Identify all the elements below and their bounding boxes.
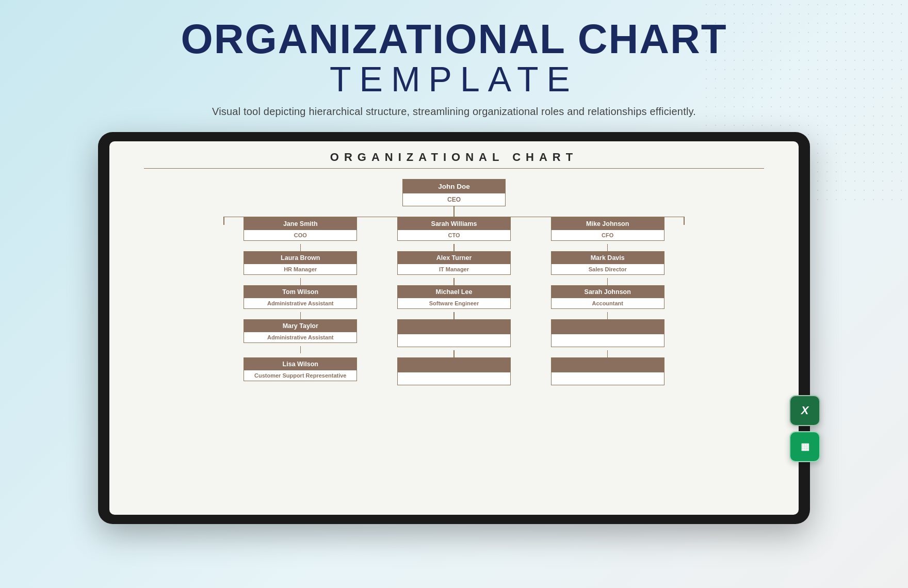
ceo-vline	[125, 206, 783, 217]
col-it: Alex Turner IT Manager	[377, 251, 531, 285]
sweng-node: Michael Lee Software Engineer	[397, 285, 511, 309]
excel-icon[interactable]: X	[789, 395, 820, 426]
col-empty-r	[531, 319, 685, 357]
empty-r-name	[552, 320, 664, 334]
l5-row: Mary Taylor Administrative Assistant	[125, 319, 783, 357]
cto-name: Sarah Williams	[398, 218, 510, 230]
admin1-node: Tom Wilson Administrative Assistant	[244, 285, 357, 309]
hr-node: Laura Brown HR Manager	[244, 251, 357, 275]
empty-r2-node	[551, 357, 664, 385]
tablet-app-icons: X ▦	[789, 395, 820, 462]
col-empty-r2	[531, 357, 685, 385]
admin1-vline	[300, 312, 301, 319]
hr-role: HR Manager	[244, 264, 356, 274]
sheets-icon-label: ▦	[801, 441, 809, 452]
col-cto: Sarah Williams CTO	[377, 217, 531, 251]
col-hr: Laura Brown HR Manager	[223, 251, 377, 285]
it-role: IT Manager	[398, 264, 510, 274]
empty-r-node	[551, 319, 664, 347]
cto-vline	[453, 244, 455, 251]
col-empty-c2	[377, 357, 531, 385]
empty-c2-role	[398, 372, 510, 385]
ceo-name: John Doe	[403, 179, 505, 193]
hr-name: Laura Brown	[244, 252, 356, 264]
empty-r2-header	[552, 358, 664, 372]
tablet-device: ORGANIZATIONAL CHART John Doe CEO	[98, 132, 810, 524]
sweng-name: Michael Lee	[398, 286, 510, 298]
it-name: Alex Turner	[398, 252, 510, 264]
col-cfo: Mike Johnson CFO	[531, 217, 685, 251]
coo-role: COO	[244, 230, 356, 240]
cto-role: CTO	[398, 230, 510, 240]
it-vline	[453, 278, 455, 285]
empty-r-role	[552, 334, 664, 347]
cto-node: Sarah Williams CTO	[397, 217, 511, 241]
sales-role: Sales Director	[552, 264, 664, 274]
l4-row: Tom Wilson Administrative Assistant Mich…	[125, 285, 783, 319]
accountant-vline	[607, 312, 608, 319]
sales-name: Mark Davis	[552, 252, 664, 264]
admin2-node: Mary Taylor Administrative Assistant	[244, 319, 357, 343]
tablet-screen: ORGANIZATIONAL CHART John Doe CEO	[109, 141, 799, 515]
sub-title: TEMPLATE	[0, 60, 908, 99]
empty-r2-role	[552, 372, 664, 385]
l6-row: Lisa Wilson Customer Support Representat…	[125, 357, 783, 385]
col-sales: Mark Davis Sales Director	[531, 251, 685, 285]
col-sweng: Michael Lee Software Engineer	[377, 285, 531, 319]
ceo-role: CEO	[403, 193, 505, 206]
accountant-node: Sarah Johnson Accountant	[551, 285, 664, 309]
sweng-role: Software Engineer	[398, 298, 510, 308]
coo-name: Jane Smith	[244, 218, 356, 230]
description: Visual tool depicting hierarchical struc…	[0, 106, 908, 118]
admin1-role: Administrative Assistant	[244, 298, 356, 308]
coo-node: Jane Smith COO	[244, 217, 357, 241]
admin1-name: Tom Wilson	[244, 286, 356, 298]
support-node: Lisa Wilson Customer Support Representat…	[244, 357, 357, 381]
ceo-row: John Doe CEO	[125, 179, 783, 206]
cfo-vline	[607, 244, 608, 251]
coo-vline	[300, 244, 301, 251]
admin2-role: Administrative Assistant	[244, 332, 356, 342]
sales-vline	[607, 278, 608, 285]
col-accountant: Sarah Johnson Accountant	[531, 285, 685, 319]
col-support: Lisa Wilson Customer Support Representat…	[223, 357, 377, 385]
l3-row: Laura Brown HR Manager Alex Turner IT Ma…	[125, 251, 783, 285]
it-node: Alex Turner IT Manager	[397, 251, 511, 275]
cfo-node: Mike Johnson CFO	[551, 217, 664, 241]
col-admin1: Tom Wilson Administrative Assistant	[223, 285, 377, 319]
sales-node: Mark Davis Sales Director	[551, 251, 664, 275]
empty-c-vline	[453, 350, 455, 357]
cfo-role: CFO	[552, 230, 664, 240]
header-section: ORGANIZATIONAL CHART TEMPLATE Visual too…	[0, 0, 908, 123]
cfo-name: Mike Johnson	[552, 218, 664, 230]
sweng-vline	[453, 312, 455, 319]
admin2-name: Mary Taylor	[244, 320, 356, 332]
empty-c2-header	[398, 358, 510, 372]
col-admin2: Mary Taylor Administrative Assistant	[223, 319, 377, 357]
l2-row: Jane Smith COO Sarah Williams CTO	[125, 217, 783, 251]
col-coo: Jane Smith COO	[223, 217, 377, 251]
empty-c2-node	[397, 357, 511, 385]
sheets-icon[interactable]: ▦	[789, 431, 820, 462]
ceo-node: John Doe CEO	[402, 179, 506, 206]
support-name: Lisa Wilson	[244, 358, 356, 370]
accountant-name: Sarah Johnson	[552, 286, 664, 298]
chart-title: ORGANIZATIONAL CHART	[109, 141, 799, 168]
col-empty-c	[377, 319, 531, 357]
main-title: ORGANIZATIONAL CHART	[0, 19, 908, 60]
hr-vline	[300, 278, 301, 285]
empty-r-vline	[607, 350, 608, 357]
accountant-role: Accountant	[552, 298, 664, 308]
support-role: Customer Support Representative	[244, 370, 356, 381]
admin2-vline	[300, 346, 301, 353]
org-chart: John Doe CEO	[109, 177, 799, 386]
excel-icon-label: X	[801, 404, 809, 417]
empty-c-node	[397, 319, 511, 347]
chart-title-divider	[144, 168, 764, 169]
empty-c-role	[398, 334, 510, 347]
empty-c-name	[398, 320, 510, 334]
